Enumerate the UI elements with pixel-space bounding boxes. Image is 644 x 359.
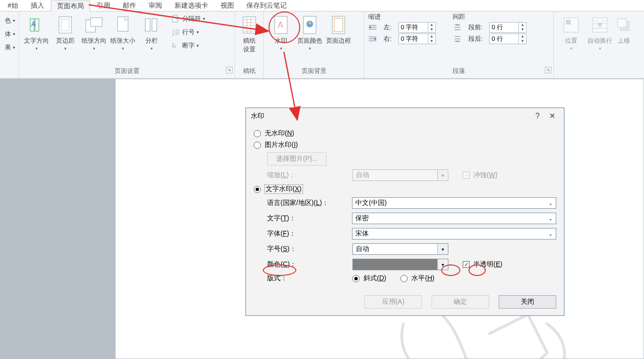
position-button[interactable]: 位置 ▾: [557, 13, 585, 52]
space-after-label: 段后:: [468, 35, 483, 43]
space-before-input[interactable]: [490, 23, 518, 32]
diagonal-label: 斜式(D): [363, 274, 386, 283]
indent-right-label: 右:: [384, 35, 392, 43]
svg-rect-15: [243, 17, 256, 33]
chevron-down-icon: ▾: [437, 170, 448, 180]
space-before-spin[interactable]: ▲▼: [489, 22, 527, 33]
svg-text:A: A: [31, 20, 36, 28]
svg-rect-8: [145, 19, 150, 31]
tab-review[interactable]: 审阅: [143, 0, 168, 11]
text-direction-button[interactable]: A 文字方向 ▾: [22, 13, 51, 52]
text-watermark-label: 文字水印(X): [265, 185, 303, 193]
ribbon-tabs: #始 插入 页面布局 引用 邮件 审阅 新建选项卡 视图 保存到云笔记: [0, 0, 644, 12]
indent-left-input[interactable]: [399, 23, 428, 32]
indent-left-spin[interactable]: ▲▼: [398, 22, 436, 33]
text-label: 文字(T)：: [267, 214, 348, 223]
chevron-down-icon[interactable]: ⌄: [545, 198, 556, 208]
blotting-settings-button[interactable]: 稿纸 设置: [238, 13, 260, 56]
svg-rect-9: [152, 19, 157, 31]
chevron-down-icon[interactable]: ⌄: [545, 213, 556, 224]
space-after-input[interactable]: [490, 34, 518, 44]
font-select[interactable]: 宋体 ⌄: [352, 228, 556, 239]
no-watermark-radio[interactable]: [254, 130, 261, 137]
svg-text:A: A: [278, 20, 283, 30]
hyphenation-button[interactable]: bca- 断字▾: [170, 40, 207, 51]
washout-label: 冲蚀(W): [473, 171, 498, 180]
paper-size-icon: [113, 15, 132, 35]
margins-button[interactable]: 页边距 ▾: [51, 13, 80, 52]
color-select[interactable]: ▾: [352, 259, 448, 270]
svg-rect-6: [91, 18, 102, 26]
color-swatch: [353, 259, 437, 270]
space-after-icon: [453, 35, 462, 43]
close-button[interactable]: 关闭: [499, 295, 556, 309]
margins-icon: [56, 15, 75, 35]
breaks-button[interactable]: 分隔符▾: [170, 13, 207, 24]
picture-watermark-label: 图片水印(I): [265, 141, 298, 149]
tab-references[interactable]: 引用: [91, 0, 116, 11]
page-color-button[interactable]: 页面颜色 ▾: [295, 13, 324, 52]
tab-new-tab[interactable]: 新建选项卡: [169, 0, 214, 11]
theme-effect[interactable]: 果▾: [3, 42, 17, 53]
watermark-icon: A: [271, 15, 291, 35]
chevron-down-icon[interactable]: ⌄: [545, 228, 556, 239]
group-page-setup: 页面设置: [115, 67, 140, 74]
watermark-button[interactable]: A 水印 ▾: [267, 13, 295, 52]
text-watermark-radio[interactable]: [254, 186, 261, 193]
group-paragraph: 段落: [453, 67, 465, 74]
spacing-header: 间距: [453, 12, 465, 21]
tab-mail[interactable]: 邮件: [117, 0, 142, 11]
page-setup-launcher[interactable]: ↘: [226, 67, 233, 73]
text-select[interactable]: 保密 ⌄: [352, 213, 556, 224]
tab-view[interactable]: 视图: [215, 0, 240, 11]
space-before-icon: [453, 23, 462, 32]
columns-icon: [142, 15, 161, 35]
space-after-spin[interactable]: ▲▼: [489, 34, 527, 44]
language-label: 语言(国家/地区)(L)：: [267, 199, 348, 207]
svg-rect-27: [618, 19, 626, 27]
no-watermark-label: 无水印(N): [265, 129, 294, 138]
columns-button[interactable]: 分栏 ▾: [137, 13, 166, 52]
scale-select: 自动 ▾: [352, 169, 448, 181]
tab-page-layout[interactable]: 页面布局: [51, 0, 90, 12]
semitransparent-label: 半透明(E): [473, 260, 503, 269]
paper-size-button[interactable]: 纸张大小 ▾: [108, 13, 137, 52]
tab-start[interactable]: #始: [2, 0, 24, 11]
tab-save-cloud[interactable]: 保存到云笔记: [241, 0, 293, 11]
picture-watermark-radio[interactable]: [254, 142, 261, 149]
layout-label: 版式：: [267, 274, 349, 283]
indent-right-input[interactable]: [399, 34, 428, 44]
dialog-help-button[interactable]: ?: [530, 110, 545, 122]
tab-insert[interactable]: 插入: [25, 0, 50, 11]
horizontal-label: 水平(H): [411, 274, 434, 283]
page-border-button[interactable]: 页面边框: [324, 13, 353, 47]
orientation-button[interactable]: 纸张方向 ▾: [80, 13, 108, 52]
space-before-label: 段前:: [468, 23, 483, 32]
diagonal-radio[interactable]: [352, 275, 360, 282]
position-icon: [562, 15, 581, 35]
theme-font[interactable]: 体▾: [3, 29, 17, 39]
svg-rect-23: [566, 20, 571, 24]
paragraph-launcher[interactable]: ↘: [545, 67, 551, 73]
svg-rect-25: [598, 23, 602, 26]
horizontal-radio[interactable]: [400, 275, 408, 282]
chevron-down-icon[interactable]: ▾: [437, 244, 448, 254]
theme-color[interactable]: 色▾: [3, 15, 17, 26]
bring-forward-button[interactable]: 上移: [614, 13, 633, 47]
dialog-close-button[interactable]: ✕: [545, 110, 559, 122]
orientation-icon: [84, 15, 104, 35]
indent-left-icon: [368, 23, 377, 32]
page-color-icon: [300, 15, 319, 35]
line-numbers-icon: 12: [172, 28, 180, 36]
svg-text:a-: a-: [172, 42, 175, 45]
semitransparent-check[interactable]: ✓: [463, 261, 469, 268]
line-numbers-button[interactable]: 12 行号▾: [170, 27, 207, 37]
chevron-down-icon[interactable]: ▾: [437, 259, 448, 270]
ok-button: 确定: [432, 295, 489, 309]
language-select[interactable]: 中文(中国) ⌄: [352, 197, 556, 209]
indent-left-label: 左:: [384, 23, 392, 32]
size-select[interactable]: 自动 ▾: [352, 243, 448, 255]
indent-right-spin[interactable]: ▲▼: [398, 34, 436, 44]
wrap-button[interactable]: 自动换行 ▾: [585, 13, 614, 52]
indent-right-icon: [368, 35, 377, 43]
